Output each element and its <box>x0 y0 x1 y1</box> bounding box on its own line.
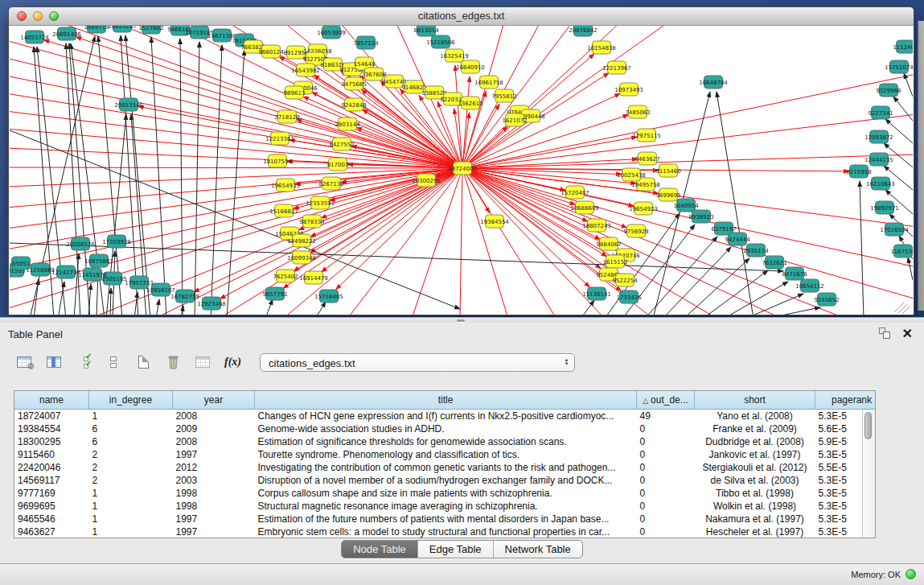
network-node[interactable]: 9522254 <box>612 274 638 286</box>
table-row[interactable]: 1872400712008Changes of HCN gene express… <box>14 410 876 423</box>
network-svg[interactable]: 1405572420891406194971910653287152760294… <box>10 26 913 315</box>
network-node[interactable]: 2803144 <box>335 117 360 130</box>
network-node[interactable]: 16648784 <box>699 76 728 89</box>
network-node[interactable]: 20206526 <box>66 237 95 250</box>
split-pane-divider[interactable] <box>0 317 924 323</box>
network-node[interactable]: 1112406 <box>893 40 913 53</box>
network-node[interactable]: 85051 <box>12 257 31 270</box>
network-node[interactable]: 10975887 <box>84 254 113 267</box>
table-scrollbar[interactable] <box>862 410 875 538</box>
network-node[interactable]: 15751074 <box>885 60 913 73</box>
network-node[interactable]: 15166827 <box>269 204 298 217</box>
network-node[interactable]: 12923468 <box>197 297 226 310</box>
column-header-year[interactable]: year <box>173 391 255 410</box>
network-window[interactable]: citations_edges.txt 14055724208914061949… <box>8 6 914 315</box>
table-row[interactable]: 1830029562008Estimation of significance … <box>14 435 876 448</box>
network-node[interactable]: 15716485 <box>314 290 343 303</box>
row-mode-button[interactable] <box>105 352 121 372</box>
network-node[interactable]: 8938923 <box>688 210 713 223</box>
table-selector-dropdown[interactable]: citations_edges.txt ▲▼ <box>260 353 575 372</box>
network-node[interactable]: 8813054 <box>413 26 439 36</box>
table-row[interactable]: 977716911998Corpus callosum shape and si… <box>14 487 876 500</box>
network-node[interactable]: 9227341 <box>868 106 893 119</box>
column-header-title[interactable]: title <box>255 391 637 410</box>
network-node[interactable]: 1362615 <box>458 97 483 109</box>
table-settings-button[interactable]: ⚙ <box>16 352 32 372</box>
network-node[interactable]: 17359928 <box>102 235 131 248</box>
network-node[interactable]: 12213363 <box>265 132 294 145</box>
network-node[interactable]: 9463627 <box>634 152 659 165</box>
network-node[interactable]: 14055724 <box>20 31 49 43</box>
network-node[interactable]: 9245652 <box>814 293 839 306</box>
network-node[interactable]: 8471676 <box>782 267 807 280</box>
network-node[interactable]: 817003 <box>327 158 349 171</box>
tab-edge-table[interactable]: Edge Table <box>418 541 494 558</box>
network-node[interactable]: 20891406 <box>52 27 81 40</box>
column-visibility-button[interactable] <box>46 352 62 372</box>
network-node[interactable]: 15136141 <box>582 287 611 300</box>
network-node[interactable]: 7625402 <box>273 270 298 282</box>
table-row[interactable]: 2242004622012Investigating the contribut… <box>14 461 876 474</box>
network-node[interactable]: 20876842 <box>569 26 598 36</box>
column-header-short[interactable]: short <box>695 391 815 410</box>
network-node[interactable]: 8215958 <box>846 165 871 178</box>
column-header-out_de[interactable]: △out_de... <box>637 391 695 410</box>
network-node[interactable]: 18107554 <box>263 154 292 167</box>
delete-rows-button[interactable] <box>165 352 181 372</box>
network-node[interactable]: 19892971 <box>870 201 899 214</box>
table-row[interactable]: 911546021997Tourette syndrome. Phenomeno… <box>14 448 876 461</box>
resize-grip-icon[interactable] <box>894 303 904 312</box>
network-node[interactable]: 7857224 <box>353 36 379 49</box>
network-node[interactable]: 9878334 <box>299 215 325 228</box>
network-node[interactable]: 1615152 <box>602 255 627 268</box>
network-node[interactable]: 15720407 <box>561 186 589 199</box>
network-node[interactable]: 1167534 <box>890 245 913 257</box>
column-header-name[interactable]: name <box>14 391 89 410</box>
network-node[interactable]: 1733426 <box>616 290 642 303</box>
tab-node-table[interactable]: Node Table <box>342 541 418 558</box>
network-node[interactable]: 2718120 <box>274 110 299 123</box>
table-row[interactable]: 969969511998Structural magnetic resonanc… <box>14 500 876 513</box>
network-node[interactable]: 9474444 <box>725 233 750 245</box>
network-node[interactable]: 10654112 <box>795 279 824 292</box>
memory-status[interactable]: Memory: OK <box>851 569 916 579</box>
network-node[interactable]: 1621072 <box>502 113 527 126</box>
column-header-in_degree[interactable]: in_degree <box>89 391 173 410</box>
network-node[interactable]: 9242848 <box>341 98 366 111</box>
network-node[interactable]: 2935114 <box>743 244 769 257</box>
network-node[interactable]: 9329966 <box>876 84 901 97</box>
table-row[interactable]: 1938455462009Genome-wide association stu… <box>14 422 876 435</box>
network-node[interactable]: 19384554 <box>480 215 509 228</box>
delete-table-button[interactable] <box>195 352 211 372</box>
float-panel-icon[interactable] <box>879 328 891 340</box>
network-node[interactable]: 17016504 <box>880 223 909 236</box>
network-node[interactable]: 3475685 <box>341 77 366 90</box>
network-node[interactable]: 7632621 <box>762 256 786 269</box>
network-window-titlebar[interactable]: citations_edges.txt <box>9 7 914 26</box>
network-node[interactable]: 1949719 <box>84 26 109 33</box>
network-canvas[interactable]: 1405572420891406194971910653287152760294… <box>10 26 913 315</box>
network-node[interactable]: 16961758 <box>474 76 503 89</box>
network-node[interactable]: 12213967 <box>602 61 631 74</box>
resize-grip-icon[interactable] <box>898 304 907 313</box>
network-node[interactable]: 8267130 <box>318 177 343 190</box>
network-node[interactable]: 9115460 <box>655 164 680 177</box>
network-node[interactable]: 9756928 <box>623 225 648 237</box>
select-columns-button[interactable]: ✓ ✓ <box>76 352 92 372</box>
tab-network-table[interactable]: Network Table <box>494 541 582 558</box>
table-row[interactable]: 946362711997Embryonic stem cells: a mode… <box>14 525 876 538</box>
network-node[interactable]: 7955812 <box>491 89 516 102</box>
network-node[interactable]: 9857791 <box>262 287 287 300</box>
network-node[interactable]: 12975115 <box>632 129 661 142</box>
column-header-pagerank[interactable]: pagerank <box>815 391 877 410</box>
network-node[interactable]: 20053346 <box>114 98 143 111</box>
network-node[interactable]: 9884067 <box>596 237 621 250</box>
network-node[interactable]: 19654923 <box>629 202 658 215</box>
network-node[interactable]: 9660124 <box>258 45 284 58</box>
new-table-button[interactable] <box>135 352 151 372</box>
network-node[interactable]: 12142737 <box>51 266 80 278</box>
network-node[interactable]: 16914479 <box>299 271 328 284</box>
table-row[interactable]: 1456911722003Disruption of a novel membe… <box>14 474 876 487</box>
scrollbar-thumb[interactable] <box>864 412 872 439</box>
network-node[interactable]: 12444135 <box>864 153 893 166</box>
